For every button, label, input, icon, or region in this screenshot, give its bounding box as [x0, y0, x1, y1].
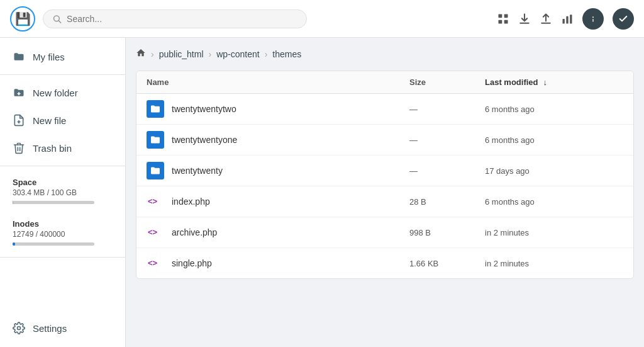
svg-point-15 — [18, 327, 21, 330]
breadcrumb-link-wp-content[interactable]: wp-content — [216, 49, 259, 59]
php-file-icon: <> — [147, 224, 164, 241]
file-name: twentytwenty — [172, 166, 223, 176]
logo: 💾 — [10, 6, 35, 31]
info-button[interactable] — [582, 8, 604, 30]
svg-point-9 — [592, 16, 594, 18]
sidebar-divider-3 — [0, 257, 125, 258]
svg-point-0 — [54, 15, 60, 21]
file-name: twentytwentyone — [172, 135, 237, 145]
file-name-cell: twentytwentyone — [147, 131, 409, 149]
settings-icon — [13, 322, 25, 334]
svg-rect-2 — [499, 14, 502, 18]
size-cell: — — [409, 135, 485, 145]
main-content: › public_html › wp-content › themes Name… — [126, 38, 644, 347]
breadcrumb-sep-0: › — [151, 49, 154, 59]
inodes-progress-bg — [13, 242, 94, 246]
svg-rect-8 — [570, 14, 572, 23]
folder-icon — [147, 162, 164, 179]
upload-button[interactable] — [540, 13, 552, 25]
sidebar-label-my-files: My files — [33, 52, 65, 62]
file-name: archive.php — [172, 227, 217, 237]
space-value: 303.4 MB / 100 GB — [13, 188, 113, 197]
svg-rect-10 — [592, 19, 593, 22]
svg-text:<>: <> — [148, 196, 158, 206]
file-name-cell: <> single.php — [147, 254, 409, 272]
sidebar-item-my-files[interactable]: My files — [0, 43, 125, 71]
php-file-icon: <> — [147, 193, 164, 210]
check-button[interactable] — [613, 8, 634, 30]
svg-text:<>: <> — [148, 227, 158, 237]
search-bar[interactable] — [43, 9, 307, 28]
sidebar-item-trash-bin[interactable]: Trash bin — [0, 134, 125, 162]
space-progress-bg — [13, 201, 94, 204]
breadcrumb-sep-2: › — [265, 49, 268, 59]
sidebar-label-settings: Settings — [33, 323, 67, 334]
size-cell: 1.66 KB — [409, 259, 485, 268]
modified-cell: in 2 minutes — [485, 228, 623, 237]
php-file-icon: <> — [147, 254, 164, 272]
size-cell: 28 B — [409, 197, 485, 207]
trash-icon — [13, 142, 25, 154]
header: 💾 — [0, 0, 644, 38]
sidebar-label-new-folder: New folder — [33, 88, 78, 98]
svg-text:<>: <> — [148, 258, 158, 268]
file-name-cell: twentytwenty — [147, 162, 409, 179]
space-label: Space — [13, 178, 113, 187]
table-row[interactable]: <> index.php 28 B 6 months ago — [136, 186, 633, 217]
modified-cell: 6 months ago — [485, 105, 623, 114]
table-row[interactable]: twentytwentyone — 6 months ago — [136, 125, 633, 156]
svg-rect-7 — [566, 16, 568, 23]
table-row[interactable]: <> archive.php 998 B in 2 minutes — [136, 217, 633, 248]
sidebar-item-new-file[interactable]: New file — [0, 106, 125, 134]
breadcrumb-sep-1: › — [209, 49, 212, 59]
download-button[interactable] — [518, 13, 531, 25]
file-name: twentytwentytwo — [172, 104, 236, 114]
col-size: Size — [409, 77, 485, 87]
sort-icon: ↓ — [543, 77, 548, 87]
col-modified: Last modified ↓ — [485, 77, 623, 87]
modified-cell: 6 months ago — [485, 135, 623, 145]
breadcrumb-link-public-html[interactable]: public_html — [159, 49, 204, 59]
table-row[interactable]: <> single.php 1.66 KB in 2 minutes — [136, 248, 633, 278]
file-name: index.php — [172, 196, 210, 207]
inodes-section: Inodes 12749 / 400000 — [0, 212, 125, 253]
header-actions — [497, 8, 634, 30]
sidebar: My files New folder New file Trash bin S… — [0, 38, 126, 347]
inodes-label: Inodes — [13, 219, 113, 229]
sidebar-label-trash-bin: Trash bin — [33, 143, 72, 154]
size-cell: — — [409, 105, 485, 114]
size-cell: — — [409, 166, 485, 176]
search-input[interactable] — [67, 14, 297, 24]
breadcrumb: › public_html › wp-content › themes — [136, 48, 634, 60]
file-name-cell: <> index.php — [147, 193, 409, 210]
sidebar-label-new-file: New file — [33, 115, 66, 126]
table-body: twentytwentytwo — 6 months ago twentytwe… — [136, 94, 633, 278]
sidebar-divider-2 — [0, 166, 125, 166]
home-icon[interactable] — [136, 48, 146, 60]
grid-view-button[interactable] — [497, 13, 509, 25]
breadcrumb-current: themes — [272, 49, 301, 59]
stats-button[interactable] — [561, 13, 574, 25]
new-file-icon — [13, 114, 25, 127]
svg-rect-5 — [504, 20, 508, 23]
sidebar-divider-1 — [0, 74, 125, 75]
size-cell: 998 B — [409, 228, 485, 237]
folder-icon — [13, 50, 25, 63]
space-section: Space 303.4 MB / 100 GB — [0, 170, 125, 212]
file-table: Name Size Last modified ↓ twentytwentytw… — [136, 71, 634, 279]
file-name: single.php — [172, 258, 212, 268]
new-folder-icon — [13, 86, 25, 99]
sidebar-item-new-folder[interactable]: New folder — [0, 79, 125, 106]
table-row[interactable]: twentytwenty — 17 days ago — [136, 156, 633, 186]
folder-icon — [147, 100, 164, 118]
svg-rect-4 — [499, 20, 502, 23]
modified-cell: 6 months ago — [485, 197, 623, 207]
modified-cell: in 2 minutes — [485, 259, 623, 268]
table-header: Name Size Last modified ↓ — [136, 71, 633, 94]
svg-rect-6 — [563, 19, 565, 24]
sidebar-item-settings[interactable]: Settings — [0, 314, 125, 342]
table-row[interactable]: twentytwentytwo — 6 months ago — [136, 94, 633, 125]
layout: My files New folder New file Trash bin S… — [0, 38, 644, 347]
folder-icon — [147, 131, 164, 149]
modified-cell: 17 days ago — [485, 166, 623, 176]
